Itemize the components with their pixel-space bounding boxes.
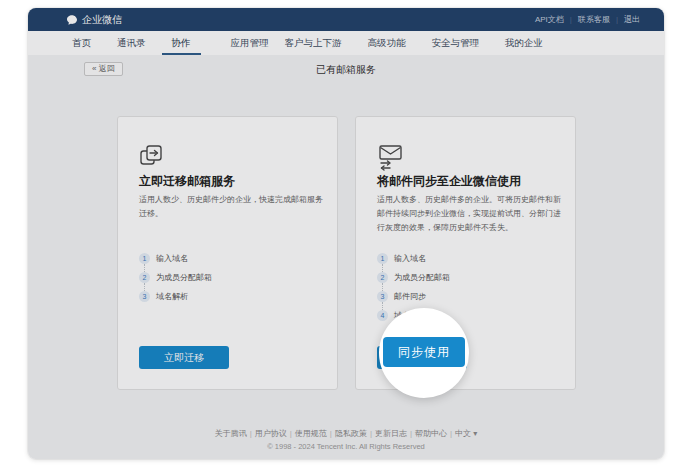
- app-window: 企业微信 API文档 | 联系客服 | 退出 首页 通讯录 协作 应用管理 客户…: [28, 8, 664, 459]
- dim-overlay: [28, 8, 664, 459]
- sync-use-button[interactable]: 同步使用: [383, 337, 465, 367]
